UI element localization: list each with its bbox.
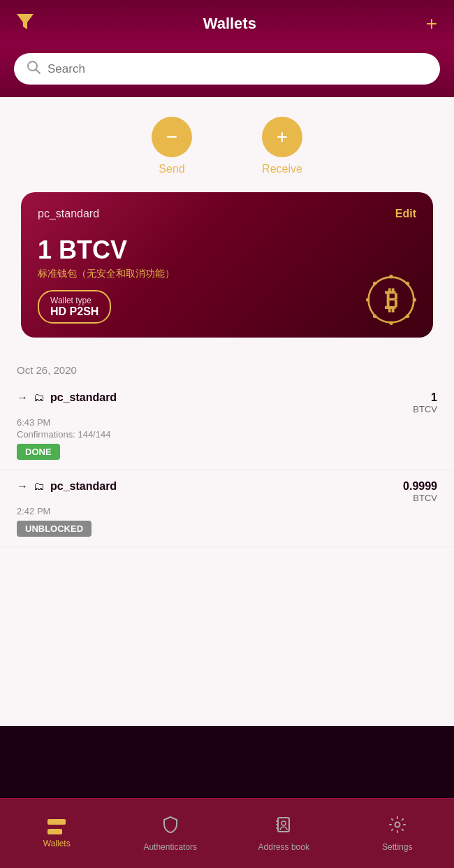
receive-plus-icon: + [277,127,288,147]
tx-arrow-icon: → [17,480,28,493]
svg-point-14 [281,821,286,825]
tx-time: 6:43 PM [17,417,437,428]
wallet-subtitle: 标准钱包（无安全和取消功能） [38,268,416,280]
svg-point-8 [413,298,416,301]
svg-marker-0 [17,14,34,29]
transaction-row[interactable]: → 🗂 pc_standard 1 BTCV 6:43 PM Confirmat… [0,382,454,470]
action-buttons: − Send + Receive [0,97,454,192]
wallet-name: pc_standard [38,208,99,219]
svg-point-6 [389,321,393,325]
wallet-type-label: Wallet type [50,296,98,305]
svg-point-5 [389,275,393,278]
wallet-card[interactable]: pc_standard Edit 1 BTCV 标准钱包（无安全和取消功能） W… [21,192,433,338]
search-bar-container [0,46,454,97]
receive-button[interactable]: + Receive [262,117,302,175]
tx-wallet-name: pc_standard [50,480,117,493]
tx-status-badge: DONE [17,444,60,460]
main-content: − Send + Receive pc_standard Edit 1 BTCV… [0,97,454,726]
wallet-card-wrapper: pc_standard Edit 1 BTCV 标准钱包（无安全和取消功能） W… [0,192,454,352]
tx-arrow-icon: → [17,391,28,404]
send-icon-circle: − [152,117,192,157]
nav-label-wallets: Wallets [43,839,71,848]
bottom-navigation: Wallets Authenticators Address book [0,798,454,868]
transaction-row[interactable]: → 🗂 pc_standard 0.9999 BTCV 2:42 PM UNBL… [0,470,454,547]
settings-icon [388,816,407,838]
tx-amount: 1 [413,391,437,404]
wallet-type-value: HD P2SH [50,305,98,318]
svg-point-10 [406,282,409,285]
wallet-amount: 1 BTCV [38,236,416,265]
filter-icon[interactable] [17,14,34,34]
tx-wallet-icon: 🗂 [34,480,45,493]
nav-item-authenticators[interactable]: Authenticators [114,810,228,858]
tx-amount-block: 1 BTCV [413,391,437,414]
nav-item-settings[interactable]: Settings [341,810,455,858]
tx-wallet-icon: 🗂 [34,391,45,404]
nav-item-wallets[interactable]: Wallets [0,813,114,854]
app-header: Wallets + [0,0,454,46]
address-book-icon [274,816,293,838]
nav-item-address-book[interactable]: Address book [227,810,341,858]
search-input[interactable] [47,62,427,76]
tx-unit: BTCV [403,493,437,503]
wallet-type-badge: Wallet type HD P2SH [38,290,111,324]
tx-row-top: → 🗂 pc_standard 0.9999 BTCV [17,480,437,503]
svg-text:₿: ₿ [385,285,398,314]
add-wallet-icon[interactable]: + [426,13,437,35]
send-button[interactable]: − Send [152,117,192,175]
tx-wallet-name: pc_standard [50,391,117,404]
search-input-wrap[interactable] [14,53,440,85]
tx-amount: 0.9999 [403,480,437,493]
authenticators-icon [161,816,180,838]
edit-wallet-button[interactable]: Edit [395,208,416,220]
svg-point-11 [373,314,376,318]
search-icon [27,60,41,78]
svg-point-12 [406,314,409,318]
nav-label-authenticators: Authenticators [143,842,197,852]
nav-label-settings: Settings [382,842,412,852]
svg-point-9 [373,282,376,285]
svg-line-2 [36,70,41,74]
tx-confirmations: Confirmations: 144/144 [17,429,437,440]
nav-label-address-book: Address book [258,842,309,852]
receive-icon-circle: + [262,117,302,157]
svg-point-18 [395,822,400,827]
tx-row-top: → 🗂 pc_standard 1 BTCV [17,391,437,414]
tx-status-badge: UNBLOCKED [17,521,91,537]
tx-left: → 🗂 pc_standard [17,391,117,404]
send-label: Send [159,163,184,175]
page-title: Wallets [203,15,256,33]
tx-time: 2:42 PM [17,506,437,516]
tx-unit: BTCV [413,404,437,414]
send-minus-icon: − [166,127,177,147]
svg-point-7 [366,298,369,301]
receive-label: Receive [262,163,302,175]
wallets-icon [47,819,66,834]
transaction-date: Oct 26, 2020 [0,352,454,382]
tx-left: → 🗂 pc_standard [17,480,117,493]
tx-amount-block: 0.9999 BTCV [403,480,437,503]
bitcoin-icon: ₿ [366,275,416,325]
